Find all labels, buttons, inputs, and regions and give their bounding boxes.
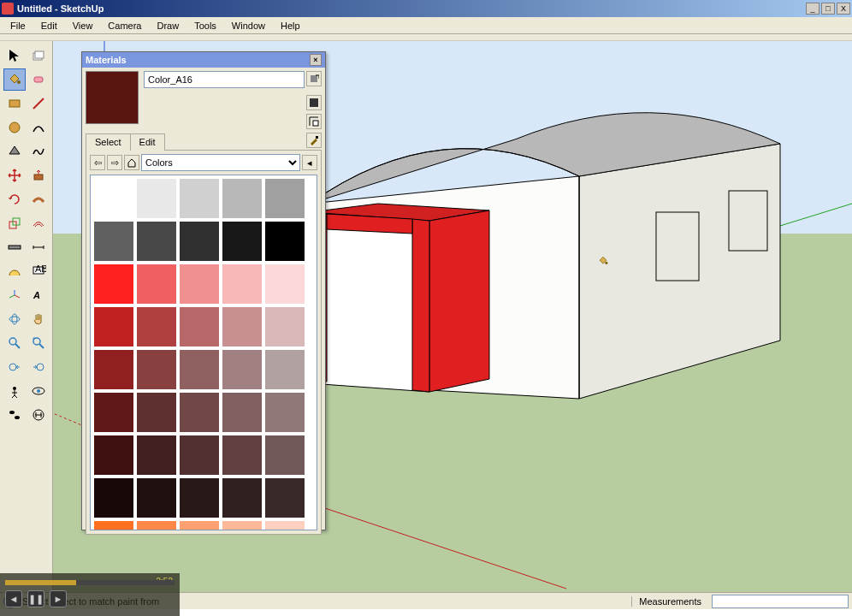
dimensions-tool[interactable]	[27, 236, 50, 258]
color-swatch[interactable]	[264, 178, 305, 219]
eyedropper-button[interactable]	[306, 133, 322, 148]
color-swatch[interactable]	[136, 264, 177, 305]
color-swatch[interactable]	[222, 264, 263, 305]
color-swatch[interactable]	[264, 349, 305, 390]
color-swatch[interactable]	[93, 264, 134, 305]
video-play-button[interactable]: ❚❚	[27, 590, 44, 607]
video-prev-button[interactable]: ◄	[5, 590, 22, 607]
color-swatch[interactable]	[93, 435, 134, 476]
video-seekbar[interactable]	[5, 580, 175, 585]
create-material-button[interactable]	[306, 71, 322, 86]
line-tool[interactable]	[27, 92, 50, 115]
menu-help[interactable]: Help	[274, 19, 307, 33]
color-swatch[interactable]	[179, 392, 220, 433]
orbit-tool[interactable]	[3, 308, 26, 330]
nav-home-button[interactable]	[124, 155, 139, 170]
look-around-tool[interactable]	[27, 380, 50, 402]
color-swatch[interactable]	[222, 477, 263, 518]
color-swatch[interactable]	[264, 520, 305, 530]
color-swatch[interactable]	[93, 349, 134, 390]
move-tool[interactable]	[3, 164, 26, 187]
nav-back-button[interactable]: ⇦	[90, 155, 105, 170]
eraser-tool[interactable]	[27, 68, 50, 91]
color-swatch[interactable]	[179, 221, 220, 262]
polygon-tool[interactable]	[3, 140, 26, 163]
minimize-button[interactable]: _	[806, 3, 819, 15]
color-swatch[interactable]	[222, 435, 263, 476]
color-swatch[interactable]	[93, 392, 134, 433]
freehand-tool[interactable]	[27, 140, 50, 163]
color-swatch[interactable]	[179, 178, 220, 219]
color-swatch[interactable]	[264, 477, 305, 518]
color-swatch[interactable]	[222, 520, 263, 530]
color-swatch[interactable]	[93, 221, 134, 262]
scale-tool[interactable]	[3, 212, 26, 234]
color-swatch[interactable]	[179, 306, 220, 347]
color-swatch[interactable]	[136, 392, 177, 433]
select-tool[interactable]	[3, 44, 26, 67]
paint-bucket-tool[interactable]	[3, 68, 26, 91]
offset-tool[interactable]	[27, 212, 50, 234]
3d-text-tool[interactable]: A	[27, 284, 50, 306]
menu-draw[interactable]: Draw	[150, 19, 186, 33]
material-library-dropdown[interactable]: Colors	[141, 154, 300, 171]
color-swatch[interactable]	[264, 221, 305, 262]
library-menu-button[interactable]: ◂	[302, 155, 317, 170]
color-swatch[interactable]	[93, 477, 134, 518]
color-swatch[interactable]	[136, 178, 177, 219]
position-camera-tool[interactable]	[3, 380, 26, 402]
tab-select[interactable]: Select	[86, 133, 131, 151]
color-swatch[interactable]	[179, 477, 220, 518]
text-tool[interactable]: ABC	[27, 260, 50, 282]
menu-camera[interactable]: Camera	[101, 19, 148, 33]
menu-tools[interactable]: Tools	[187, 19, 223, 33]
nav-forward-button[interactable]: ⇨	[107, 155, 122, 170]
color-swatch-grid[interactable]	[90, 175, 317, 530]
measurements-input[interactable]	[712, 595, 849, 608]
color-swatch[interactable]	[93, 306, 134, 347]
color-swatch[interactable]	[179, 520, 220, 530]
rectangle-tool[interactable]	[3, 92, 26, 115]
color-swatch[interactable]	[222, 221, 263, 262]
axes-tool[interactable]	[3, 284, 26, 306]
zoom-tool[interactable]	[3, 332, 26, 354]
push-pull-tool[interactable]	[27, 164, 50, 187]
color-swatch[interactable]	[179, 264, 220, 305]
zoom-extents-tool[interactable]	[27, 332, 50, 354]
materials-panel[interactable]: Materials × Select Edit ⇦	[81, 51, 326, 530]
rotate-tool[interactable]	[3, 188, 26, 210]
walk-tool[interactable]	[3, 404, 26, 426]
arc-tool[interactable]	[27, 116, 50, 139]
color-swatch[interactable]	[179, 435, 220, 476]
materials-panel-titlebar[interactable]: Materials ×	[82, 52, 325, 68]
color-swatch[interactable]	[93, 520, 134, 530]
color-swatch[interactable]	[222, 306, 263, 347]
follow-me-tool[interactable]	[27, 188, 50, 210]
pan-tool[interactable]	[27, 308, 50, 330]
menu-window[interactable]: Window	[225, 19, 272, 33]
color-swatch[interactable]	[264, 264, 305, 305]
section-plane-tool[interactable]	[27, 404, 50, 426]
color-swatch[interactable]	[136, 435, 177, 476]
color-swatch[interactable]	[136, 306, 177, 347]
previous-view-tool[interactable]	[3, 356, 26, 378]
protractor-tool[interactable]	[3, 260, 26, 282]
make-component-tool[interactable]	[27, 44, 50, 67]
color-swatch[interactable]	[264, 306, 305, 347]
tab-edit[interactable]: Edit	[130, 133, 165, 151]
color-swatch[interactable]	[136, 221, 177, 262]
next-view-tool[interactable]	[27, 356, 50, 378]
video-next-button[interactable]: ►	[50, 590, 67, 607]
color-swatch[interactable]	[222, 178, 263, 219]
color-swatch[interactable]	[264, 435, 305, 476]
color-swatch[interactable]	[136, 349, 177, 390]
close-button[interactable]: X	[837, 3, 850, 15]
color-swatch[interactable]	[222, 349, 263, 390]
material-name-input[interactable]	[144, 71, 305, 88]
tape-measure-tool[interactable]	[3, 236, 26, 258]
color-swatch[interactable]	[93, 178, 134, 219]
menu-edit[interactable]: Edit	[34, 19, 64, 33]
current-material-swatch[interactable]	[86, 71, 139, 124]
set-material-button[interactable]	[306, 114, 322, 129]
menu-view[interactable]: View	[66, 19, 100, 33]
